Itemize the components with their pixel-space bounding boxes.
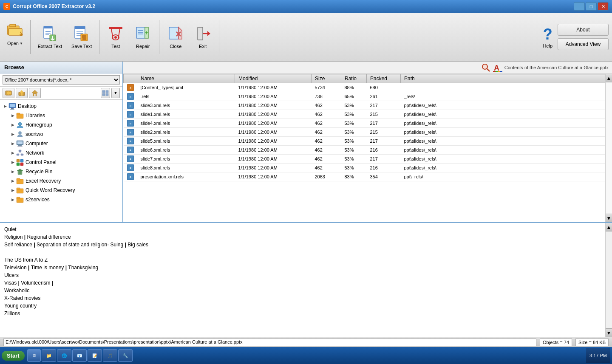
taskbar-item-5[interactable]: 📝 bbox=[88, 349, 102, 362]
about-button[interactable]: About bbox=[558, 24, 609, 36]
expand-excel-recovery[interactable]: ▶ bbox=[9, 178, 16, 184]
title-bar: C Corrupt Office 2007 Extractor v3.2 — □… bbox=[0, 0, 612, 13]
nav-view-button[interactable] bbox=[101, 88, 110, 98]
expand-socrtwo[interactable]: ▶ bbox=[9, 131, 16, 138]
file-filter-select[interactable]: Office 2007 documents(*.docx, * bbox=[3, 75, 120, 85]
nav-back-button[interactable] bbox=[3, 88, 14, 98]
svg-rect-77 bbox=[17, 178, 20, 180]
svg-text:R: R bbox=[130, 131, 131, 134]
expand-quick-word[interactable]: ▶ bbox=[9, 187, 16, 194]
col-header-icon[interactable] bbox=[124, 74, 137, 83]
tree-item-libraries[interactable]: ▶ Libraries bbox=[8, 111, 122, 120]
text-area[interactable]: QuietReligion | Regional differenceSelf … bbox=[0, 222, 612, 337]
expand-control-panel[interactable]: ▶ bbox=[9, 159, 16, 166]
taskbar-item-3[interactable]: 🌐 bbox=[57, 349, 71, 362]
nav-view-dropdown[interactable]: ▼ bbox=[111, 88, 120, 98]
help-group: ? Help bbox=[543, 25, 552, 48]
expand-desktop[interactable]: ▶ bbox=[2, 103, 8, 110]
repair-button[interactable]: + Repair bbox=[130, 20, 156, 54]
app-icon: C bbox=[3, 3, 10, 10]
col-header-packed[interactable]: Packed bbox=[367, 74, 401, 83]
col-header-name[interactable]: Name bbox=[137, 74, 235, 83]
start-button[interactable]: Start bbox=[2, 351, 25, 361]
text-scroll-down[interactable]: ▼ bbox=[606, 328, 612, 337]
save-text-button[interactable]: Save Text bbox=[68, 20, 96, 54]
table-row[interactable]: R.rels1/1/1980 12:00 AM73865%261_rels\ bbox=[124, 92, 605, 101]
filter-row: Office 2007 documents(*.docx, * bbox=[0, 73, 122, 87]
expand-homegroup[interactable]: ▶ bbox=[9, 121, 16, 128]
file-cell-path: _rels\ bbox=[401, 92, 605, 101]
file-cell-modified: 1/1/1980 12:00 AM bbox=[235, 146, 312, 155]
svg-rect-67 bbox=[17, 159, 20, 162]
test-button[interactable]: Test bbox=[103, 20, 128, 54]
advanced-view-button[interactable]: Advanced View bbox=[558, 38, 609, 50]
contents-label: Contents of the American Culture at a Gl… bbox=[504, 65, 609, 70]
exit-button[interactable]: Exit bbox=[190, 20, 215, 54]
table-row[interactable]: Rpresentation.xml.rels1/1/1980 12:00 AM2… bbox=[124, 172, 605, 181]
taskbar-item-6[interactable]: 🎵 bbox=[103, 349, 117, 362]
tree-item-excel-recovery[interactable]: ▶ Excel Recovery bbox=[8, 176, 122, 186]
nav-up-button[interactable] bbox=[16, 88, 28, 98]
tree-view[interactable]: ▶ Desktop ▶ Libraries ▶ Homegro bbox=[0, 100, 122, 222]
tree-item-network[interactable]: ▶ Network bbox=[8, 148, 122, 158]
file-cell-ratio: 53% bbox=[341, 101, 367, 110]
taskbar-item-2[interactable]: 📁 bbox=[42, 349, 56, 362]
file-scrollbar[interactable]: ▲ ▼ bbox=[605, 74, 612, 222]
taskbar-item-7[interactable]: 🔧 bbox=[118, 349, 133, 362]
tree-item-recycle-bin[interactable]: ▶ Recycle Bin bbox=[8, 167, 122, 176]
file-table-container[interactable]: Name Modified Size Ratio Packed Path X[C… bbox=[123, 74, 605, 222]
col-header-modified[interactable]: Modified bbox=[235, 74, 312, 83]
file-cell-name: slide5.xml.rels bbox=[137, 137, 235, 146]
maximize-button[interactable]: □ bbox=[586, 2, 597, 11]
extract-text-button[interactable]: Extract Text bbox=[34, 20, 66, 54]
expand-s2services[interactable]: ▶ bbox=[9, 196, 16, 203]
table-row[interactable]: Rslide3.xml.rels1/1/1980 12:00 AM46253%2… bbox=[124, 101, 605, 110]
tree-item-s2services[interactable]: ▶ s2services bbox=[8, 195, 122, 204]
header-search-icon[interactable] bbox=[481, 62, 491, 73]
text-line: Visas | Volunteerism | bbox=[4, 279, 608, 287]
table-row[interactable]: Rslide7.xml.rels1/1/1980 12:00 AM46253%2… bbox=[124, 155, 605, 164]
close-doc-button[interactable]: Close bbox=[163, 20, 188, 54]
desktop-label: Desktop bbox=[18, 103, 37, 109]
text-scrollbar[interactable]: ▲ ▼ bbox=[605, 223, 612, 337]
expand-libraries[interactable]: ▶ bbox=[9, 112, 16, 119]
col-header-size[interactable]: Size bbox=[312, 74, 341, 83]
taskbar-item-4[interactable]: 📧 bbox=[72, 349, 87, 362]
scroll-down-btn[interactable]: ▼ bbox=[606, 214, 612, 222]
tree-item-desktop[interactable]: ▶ Desktop bbox=[0, 102, 122, 111]
table-row[interactable]: X[Content_Types].xml1/1/1980 12:00 AM573… bbox=[124, 83, 605, 92]
svg-marker-4 bbox=[20, 34, 23, 36]
col-header-path[interactable]: Path bbox=[401, 74, 605, 83]
nav-buttons: ▼ bbox=[0, 87, 122, 100]
tree-item-control-panel[interactable]: ▶ Control Panel bbox=[8, 158, 122, 167]
nav-home-button[interactable] bbox=[29, 88, 41, 98]
svg-rect-52 bbox=[11, 108, 14, 109]
minimize-button[interactable]: — bbox=[574, 2, 585, 11]
tree-item-socrtwo[interactable]: ▶ socrtwo bbox=[8, 130, 122, 139]
taskbar-item-1[interactable]: 🖥 bbox=[27, 349, 41, 362]
col-header-ratio[interactable]: Ratio bbox=[341, 74, 367, 83]
text-scroll-up[interactable]: ▲ bbox=[606, 223, 612, 231]
expand-network[interactable]: ▶ bbox=[9, 150, 16, 156]
table-row[interactable]: Rslide5.xml.rels1/1/1980 12:00 AM46253%2… bbox=[124, 137, 605, 146]
table-row[interactable]: Rslide1.xml.rels1/1/1980 12:00 AM46253%2… bbox=[124, 110, 605, 119]
open-icon bbox=[6, 22, 23, 39]
tree-item-homegroup[interactable]: ▶ Homegroup bbox=[8, 120, 122, 130]
tree-item-computer[interactable]: ▶ Computer bbox=[8, 139, 122, 148]
expand-recycle[interactable]: ▶ bbox=[9, 168, 16, 175]
table-row[interactable]: Rslide6.xml.rels1/1/1980 12:00 AM46253%2… bbox=[124, 146, 605, 155]
tree-item-quick-word[interactable]: ▶ Quick Word Recovery bbox=[8, 186, 122, 195]
svg-rect-59 bbox=[17, 141, 23, 144]
file-cell-ratio: 83% bbox=[341, 172, 367, 181]
open-button[interactable]: Open ▼ bbox=[3, 20, 27, 54]
status-size: Size = 84 KB bbox=[575, 339, 609, 346]
close-button[interactable]: ✕ bbox=[598, 2, 609, 11]
expand-computer[interactable]: ▶ bbox=[9, 140, 16, 147]
file-cell-packed: 216 bbox=[367, 164, 401, 172]
table-row[interactable]: Rslide8.xml.rels1/1/1980 12:00 AM46253%2… bbox=[124, 164, 605, 172]
scroll-up-btn[interactable]: ▲ bbox=[606, 74, 612, 82]
table-row[interactable]: Rslide4.xml.rels1/1/1980 12:00 AM46253%2… bbox=[124, 119, 605, 128]
taskbar-tray: 3:17 PM bbox=[586, 348, 610, 363]
table-row[interactable]: Rslide2.xml.rels1/1/1980 12:00 AM46253%2… bbox=[124, 128, 605, 137]
header-font-icon[interactable]: A bbox=[493, 62, 503, 73]
